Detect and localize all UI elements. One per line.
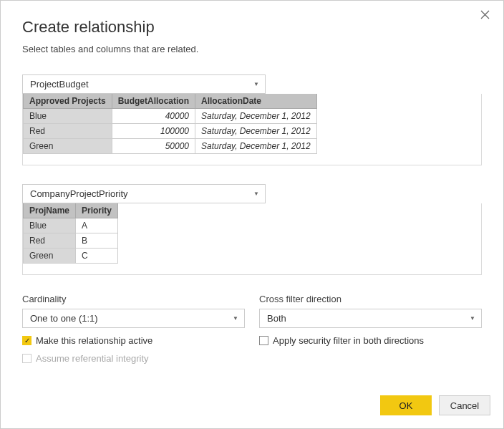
dialog-title: Create relationship [22,18,482,37]
table2-preview: ProjName Priority Blue A Red B Green C [22,203,482,275]
create-relationship-dialog: Create relationship Select tables and co… [0,0,504,429]
table-header-row: ProjName Priority [24,203,118,218]
ok-button[interactable]: OK [380,395,432,415]
col-header[interactable]: Approved Projects [24,94,112,109]
chevron-down-icon: ▼ [233,315,238,322]
checkbox-icon [259,336,268,345]
cardinality-value: One to one (1:1) [30,313,98,324]
table-row: Green C [24,249,118,264]
table1-select-value: ProjectBudget [30,79,89,90]
col-header[interactable]: AllocationDate [195,94,317,109]
table2-select-value: CompanyProjectPriority [30,188,128,199]
crossfilter-value: Both [267,313,286,324]
checkbox-label: Make this relationship active [36,335,152,346]
table1-preview: Approved Projects BudgetAllocation Alloc… [22,94,482,165]
active-checkbox[interactable]: ✓ Make this relationship active [22,335,245,346]
checkbox-label: Apply security filter in both directions [273,335,424,346]
dialog-footer: OK Cancel [1,387,503,428]
cardinality-select[interactable]: One to one (1:1) ▼ [22,309,245,328]
dialog-subtitle: Select tables and columns that are relat… [22,44,482,54]
chevron-down-icon: ▼ [253,191,259,197]
table-row: Green 50000 Saturday, December 1, 2012 [24,139,317,154]
cardinality-label: Cardinality [22,294,245,304]
table-header-row: Approved Projects BudgetAllocation Alloc… [24,94,317,109]
security-filter-checkbox[interactable]: Apply security filter in both directions [259,335,482,346]
table-row: Blue A [24,218,118,233]
chevron-down-icon: ▼ [253,81,259,87]
table-row: Red B [24,233,118,249]
col-header[interactable]: ProjName [24,203,76,218]
table-row: Blue 40000 Saturday, December 1, 2012 [24,109,317,124]
referential-checkbox: Assume referential integrity [22,353,245,364]
table-row: Red 100000 Saturday, December 1, 2012 [24,124,317,139]
chevron-down-icon: ▼ [470,315,475,322]
crossfilter-select[interactable]: Both ▼ [259,309,482,328]
col-header[interactable]: Priority [76,203,118,218]
checkbox-icon [22,354,32,363]
col-header[interactable]: BudgetAllocation [112,94,195,109]
close-icon[interactable] [480,9,492,21]
checkbox-icon: ✓ [22,336,32,345]
checkbox-label: Assume referential integrity [36,353,149,364]
table1-select[interactable]: ProjectBudget ▼ [22,74,266,94]
crossfilter-label: Cross filter direction [259,294,482,304]
cancel-button[interactable]: Cancel [439,395,490,415]
table2-select[interactable]: CompanyProjectPriority ▼ [22,184,266,203]
